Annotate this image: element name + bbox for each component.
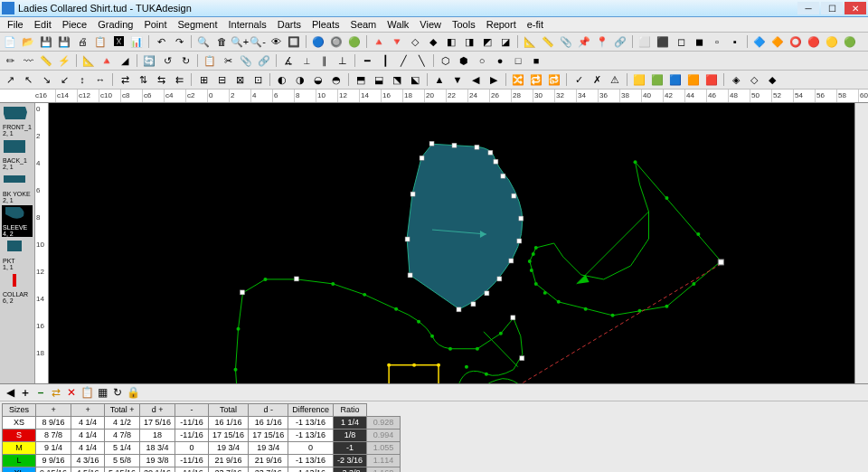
table-row[interactable]: M9 1/44 1/45 1/418 3/4019 3/419 3/40-11.… xyxy=(3,442,401,455)
toolbar3-btn-22[interactable]: ⬒ xyxy=(353,71,369,88)
handle-walk-start[interactable] xyxy=(718,260,723,265)
minimize-button[interactable]: ─ xyxy=(797,2,819,14)
piece-pocket[interactable] xyxy=(389,365,439,383)
toolbar1-btn-19[interactable]: 🔵 xyxy=(310,33,326,50)
toolbar3-btn-2[interactable]: ↘ xyxy=(38,71,54,88)
toolbar2-btn-31[interactable]: ● xyxy=(492,52,508,69)
toolbar3-btn-34[interactable]: 🔂 xyxy=(546,71,562,88)
grade-cell[interactable]: 8 7/8 xyxy=(36,430,71,442)
toolbar1-btn-37[interactable]: 🔗 xyxy=(612,33,628,50)
toolbar3-btn-17[interactable]: ◐ xyxy=(274,71,290,88)
remove-row-button[interactable]: － xyxy=(34,386,47,399)
grade-cell[interactable]: -3 3/8 xyxy=(334,467,367,473)
toolbar2-btn-1[interactable]: 〰 xyxy=(20,52,36,69)
size-cell[interactable]: L xyxy=(3,455,36,467)
toolbar1-btn-25[interactable]: ◇ xyxy=(407,33,423,50)
grade-cell[interactable]: 23 7/16 xyxy=(209,467,249,473)
toolbar3-btn-15[interactable]: ⊡ xyxy=(250,71,266,88)
toolbar3-btn-12[interactable]: ⊞ xyxy=(195,71,212,88)
grade-cell[interactable]: -1 13/16 xyxy=(288,430,334,442)
toolbar3-btn-14[interactable]: ⊠ xyxy=(231,71,248,88)
toolbar2-btn-7[interactable]: ◢ xyxy=(117,52,133,69)
grade-cell[interactable]: 19 3/8 xyxy=(140,455,175,467)
refresh-icon[interactable]: ↻ xyxy=(111,386,124,399)
toolbar1-btn-14[interactable]: 🔍+ xyxy=(231,33,248,50)
toolbar1-btn-46[interactable]: 🔷 xyxy=(751,33,768,50)
toolbar3-btn-25[interactable]: ⬕ xyxy=(407,71,423,88)
grade-cell[interactable]: 8 9/16 xyxy=(36,417,71,430)
toolbar3-btn-24[interactable]: ⬔ xyxy=(389,71,405,88)
toolbar1-btn-23[interactable]: 🔺 xyxy=(371,33,387,50)
toolbar2-btn-2[interactable]: 📏 xyxy=(38,52,54,69)
piece-thumb-sleeve[interactable]: SLEEVE4, 2 xyxy=(2,205,33,237)
lock-icon[interactable]: 🔒 xyxy=(127,386,139,399)
toolbar3-btn-32[interactable]: 🔀 xyxy=(510,71,526,88)
toolbar3-btn-37[interactable]: ✗ xyxy=(589,71,605,88)
table-row[interactable]: S8 7/84 1/44 7/818-11/1617 15/1617 15/16… xyxy=(3,430,401,442)
menu-point[interactable]: Point xyxy=(138,19,172,30)
menu-efit[interactable]: e-fit xyxy=(522,19,549,30)
grade-cell[interactable]: 1.114 xyxy=(367,455,401,467)
toolbar3-btn-18[interactable]: ◑ xyxy=(292,71,308,88)
toolbar3-btn-48[interactable]: ◆ xyxy=(764,71,780,88)
toolbar3-btn-43[interactable]: 🟧 xyxy=(685,71,702,88)
toolbar1-btn-12[interactable]: 🔍 xyxy=(195,33,212,50)
grade-cell[interactable]: 5 5/8 xyxy=(105,455,140,467)
grade-cell[interactable]: 0.928 xyxy=(367,417,401,430)
menu-file[interactable]: File xyxy=(2,19,29,30)
col-header[interactable]: Total + xyxy=(105,404,140,417)
toolbar3-btn-38[interactable]: ⚠ xyxy=(607,71,623,88)
toolbar1-btn-51[interactable]: 🟢 xyxy=(842,33,858,50)
toolbar3-btn-19[interactable]: ◒ xyxy=(310,71,326,88)
toolbar1-btn-34[interactable]: 📎 xyxy=(558,33,574,50)
grade-cell[interactable]: -1 13/16 xyxy=(288,467,334,473)
toolbar3-btn-41[interactable]: 🟩 xyxy=(649,71,665,88)
grade-cell[interactable]: 20 1/16 xyxy=(140,467,175,473)
menu-walk[interactable]: Walk xyxy=(382,19,414,30)
menu-tools[interactable]: Tools xyxy=(447,19,481,30)
toolbar1-btn-47[interactable]: 🔶 xyxy=(769,33,786,50)
toolbar1-btn-41[interactable]: ◻ xyxy=(673,33,689,50)
grade-cell[interactable]: -11/16 xyxy=(175,417,209,430)
toolbar1-btn-39[interactable]: ⬜ xyxy=(637,33,653,50)
piece-thumb-front[interactable]: FRONT_12, 1 xyxy=(2,105,33,137)
toolbar2-btn-5[interactable]: 📐 xyxy=(80,52,97,69)
toolbar3-btn-0[interactable]: ↗ xyxy=(2,71,18,88)
toolbar3-btn-30[interactable]: ▶ xyxy=(486,71,502,88)
col-header[interactable]: + xyxy=(71,404,105,417)
size-cell[interactable]: XS xyxy=(3,417,36,430)
grade-cell[interactable]: 9 9/16 xyxy=(36,455,71,467)
toolbar1-btn-48[interactable]: ⭕ xyxy=(788,33,804,50)
toolbar3-btn-42[interactable]: 🟦 xyxy=(667,71,684,88)
toolbar3-btn-3[interactable]: ↙ xyxy=(56,71,72,88)
toolbar2-btn-19[interactable]: ⟂ xyxy=(298,52,315,69)
toolbar1-btn-20[interactable]: 🔘 xyxy=(328,33,344,50)
grade-cell[interactable]: -11/16 xyxy=(175,467,209,473)
size-cell[interactable]: M xyxy=(3,442,36,455)
toolbar3-btn-33[interactable]: 🔁 xyxy=(528,71,544,88)
col-header[interactable]: Sizes xyxy=(3,404,36,417)
toolbar3-btn-40[interactable]: 🟨 xyxy=(631,71,647,88)
piece-sleeve-cap[interactable] xyxy=(407,144,523,309)
toolbar1-btn-3[interactable]: 💾 xyxy=(56,33,72,50)
toolbar3-btn-10[interactable]: ⇇ xyxy=(171,71,187,88)
armhole-curve[interactable] xyxy=(467,379,523,383)
toolbar3-btn-27[interactable]: ▲ xyxy=(431,71,448,88)
toolbar1-btn-49[interactable]: 🔴 xyxy=(806,33,822,50)
toolbar1-btn-36[interactable]: 📍 xyxy=(594,33,610,50)
toolbar3-btn-7[interactable]: ⇄ xyxy=(117,71,133,88)
toolbar1-btn-16[interactable]: 👁 xyxy=(268,33,284,50)
menu-pleats[interactable]: Pleats xyxy=(307,19,345,30)
grade-cell[interactable]: 16 1/16 xyxy=(249,417,288,430)
grade-cell[interactable]: 19 3/4 xyxy=(209,442,249,455)
grade-cell[interactable]: 17 15/16 xyxy=(209,430,249,442)
col-header[interactable]: Ratio xyxy=(334,404,367,417)
toolbar1-btn-43[interactable]: ▫ xyxy=(709,33,725,50)
toolbar1-btn-40[interactable]: ⬛ xyxy=(655,33,671,50)
size-cell[interactable]: S xyxy=(3,430,36,442)
toolbar1-btn-44[interactable]: ▪ xyxy=(727,33,743,50)
toolbar3-btn-23[interactable]: ⬓ xyxy=(371,71,387,88)
grade-cell[interactable]: -2 3/16 xyxy=(334,455,367,467)
toolbar2-btn-33[interactable]: ■ xyxy=(528,52,544,69)
grid-icon[interactable]: ▦ xyxy=(96,386,108,399)
